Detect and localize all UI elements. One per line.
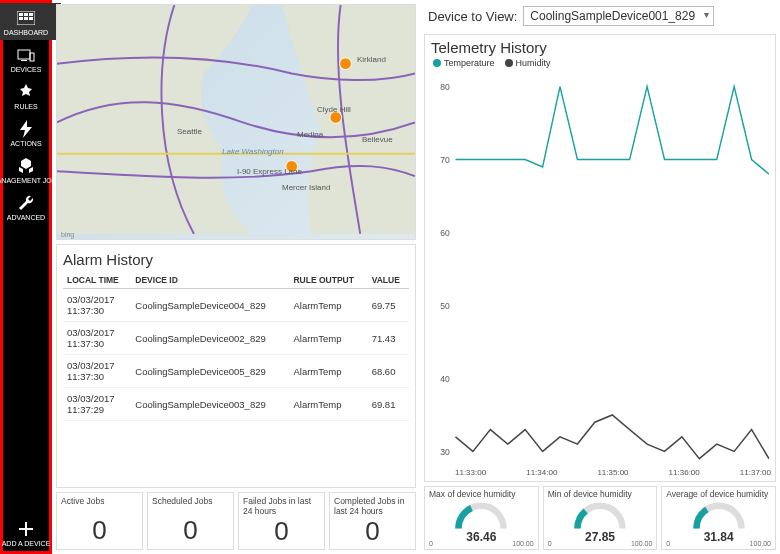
- jobs-row: Active Jobs 0 Scheduled Jobs 0 Failed Jo…: [56, 492, 416, 550]
- legend-temperature[interactable]: Temperature: [433, 58, 495, 68]
- map-label-lake: Lake Washington: [222, 147, 284, 156]
- root: DASHBOARDDEVICESRULESACTIONSMANAGEMENT J…: [0, 0, 780, 554]
- map-label-medina: Medina: [297, 130, 323, 139]
- job-title: Failed Jobs in last 24 hours: [243, 496, 320, 516]
- x-tick: 11:33:00: [455, 468, 486, 477]
- cubes-icon: [16, 157, 36, 175]
- alarm-th-time[interactable]: LOCAL TIME: [63, 272, 131, 289]
- cell-rule: AlarmTemp: [289, 289, 367, 322]
- gauge-max: 100.00: [512, 540, 533, 547]
- right-column: Device to View: CoolingSampleDevice001_8…: [420, 0, 780, 554]
- alarm-th-rule[interactable]: RULE OUTPUT: [289, 272, 367, 289]
- sidebar-item-label: ADVANCED: [7, 214, 45, 221]
- table-row[interactable]: 03/03/201711:37:30CoolingSampleDevice004…: [63, 289, 409, 322]
- gauge-card[interactable]: Average of device humidity31.840100.00: [661, 486, 776, 550]
- cell-device: CoolingSampleDevice003_829: [131, 388, 289, 421]
- device-select[interactable]: CoolingSampleDevice001_829: [523, 6, 714, 26]
- x-axis-labels: 11:33:0011:34:0011:35:0011:36:0011:37:00: [425, 468, 775, 481]
- svg-rect-3: [29, 13, 33, 16]
- gauge-title: Min of device humidity: [548, 489, 653, 499]
- gauge-min: 0: [666, 540, 670, 547]
- alarm-th-device[interactable]: DEVICE ID: [131, 272, 289, 289]
- svg-rect-4: [19, 17, 23, 20]
- cell-time: 03/03/201711:37:30: [63, 289, 131, 322]
- table-row[interactable]: 03/03/201711:37:30CoolingSampleDevice002…: [63, 322, 409, 355]
- sidebar-item-label: RULES: [14, 103, 37, 110]
- alarm-th-value[interactable]: VALUE: [368, 272, 409, 289]
- x-tick: 11:36:00: [669, 468, 700, 477]
- svg-text:50: 50: [440, 300, 450, 310]
- job-card-active[interactable]: Active Jobs 0: [56, 492, 143, 550]
- map-panel[interactable]: Seattle Bellevue Mercer Island Kirkland …: [56, 4, 416, 240]
- plus-icon: [16, 520, 36, 538]
- job-card-failed[interactable]: Failed Jobs in last 24 hours 0: [238, 492, 325, 550]
- cell-time: 03/03/201711:37:30: [63, 322, 131, 355]
- job-card-scheduled[interactable]: Scheduled Jobs 0: [147, 492, 234, 550]
- device-label: Device to View:: [428, 9, 517, 24]
- alarm-title: Alarm History: [63, 251, 409, 268]
- left-column: Seattle Bellevue Mercer Island Kirkland …: [52, 0, 420, 554]
- table-row[interactable]: 03/03/201711:37:30CoolingSampleDevice005…: [63, 355, 409, 388]
- svg-text:70: 70: [440, 154, 450, 164]
- telemetry-panel: Telemetry History Temperature Humidity 3…: [424, 34, 776, 482]
- grid-icon: [16, 9, 36, 27]
- svg-rect-1: [19, 13, 23, 16]
- map-label-clyde: Clyde Hill: [317, 105, 351, 114]
- legend-label: Humidity: [516, 58, 551, 68]
- legend-humidity[interactable]: Humidity: [505, 58, 551, 68]
- device-header: Device to View: CoolingSampleDevice001_8…: [424, 4, 776, 30]
- table-row[interactable]: 03/03/201711:37:29CoolingSampleDevice003…: [63, 388, 409, 421]
- job-title: Scheduled Jobs: [152, 496, 229, 506]
- job-value: 0: [152, 515, 229, 546]
- gauges-row: Max of device humidity36.460100.00Min of…: [424, 486, 776, 550]
- job-title: Active Jobs: [61, 496, 138, 506]
- telemetry-title: Telemetry History: [425, 35, 775, 56]
- gauge-card[interactable]: Min of device humidity27.850100.00: [543, 486, 658, 550]
- devices-icon: [16, 46, 36, 64]
- sidebar-item-label: DEVICES: [11, 66, 42, 73]
- cell-time: 03/03/201711:37:30: [63, 355, 131, 388]
- svg-rect-9: [30, 53, 34, 61]
- cell-value: 69.75: [368, 289, 409, 322]
- cell-device: CoolingSampleDevice004_829: [131, 289, 289, 322]
- job-title: Completed Jobs in last 24 hours: [334, 496, 411, 516]
- gauge-max: 100.00: [750, 540, 771, 547]
- x-tick: 11:35:00: [597, 468, 628, 477]
- sidebar-add-label: ADD A DEVICE: [2, 540, 51, 547]
- map-label-kirkland: Kirkland: [357, 55, 386, 64]
- svg-rect-8: [21, 60, 27, 61]
- map-label-express: I-90 Express Lane: [237, 167, 302, 176]
- chart-area[interactable]: 304050607080: [427, 72, 769, 466]
- alarm-table: LOCAL TIME DEVICE ID RULE OUTPUT VALUE 0…: [63, 272, 409, 421]
- legend: Temperature Humidity: [425, 56, 775, 70]
- alarm-history-panel: Alarm History LOCAL TIME DEVICE ID RULE …: [56, 244, 416, 488]
- main: Seattle Bellevue Mercer Island Kirkland …: [52, 0, 780, 554]
- map-label-mercer: Mercer Island: [282, 183, 330, 192]
- cell-device: CoolingSampleDevice005_829: [131, 355, 289, 388]
- sidebar-add-device[interactable]: ADD A DEVICE: [3, 514, 49, 551]
- job-value: 0: [334, 516, 411, 547]
- x-tick: 11:34:00: [526, 468, 557, 477]
- job-value: 0: [61, 515, 138, 546]
- gauge-card[interactable]: Max of device humidity36.460100.00: [424, 486, 539, 550]
- cell-time: 03/03/201711:37:29: [63, 388, 131, 421]
- cell-value: 69.81: [368, 388, 409, 421]
- svg-text:60: 60: [440, 227, 450, 237]
- legend-dot-temperature: [433, 59, 441, 67]
- cell-rule: AlarmTemp: [289, 388, 367, 421]
- rules-icon: [16, 83, 36, 101]
- svg-rect-6: [29, 17, 33, 20]
- svg-text:30: 30: [440, 446, 450, 456]
- x-tick: 11:37:00: [740, 468, 771, 477]
- sidebar-item-label: DASHBOARD: [4, 29, 48, 36]
- svg-text:80: 80: [440, 81, 450, 91]
- gauge-max: 100.00: [631, 540, 652, 547]
- gauge-title: Max of device humidity: [429, 489, 534, 499]
- cell-value: 68.60: [368, 355, 409, 388]
- svg-text:40: 40: [440, 373, 450, 383]
- svg-rect-5: [24, 17, 28, 20]
- map-label-bellevue: Bellevue: [362, 135, 393, 144]
- svg-rect-7: [18, 50, 30, 59]
- job-card-completed[interactable]: Completed Jobs in last 24 hours 0: [329, 492, 416, 550]
- bolt-icon: [16, 120, 36, 138]
